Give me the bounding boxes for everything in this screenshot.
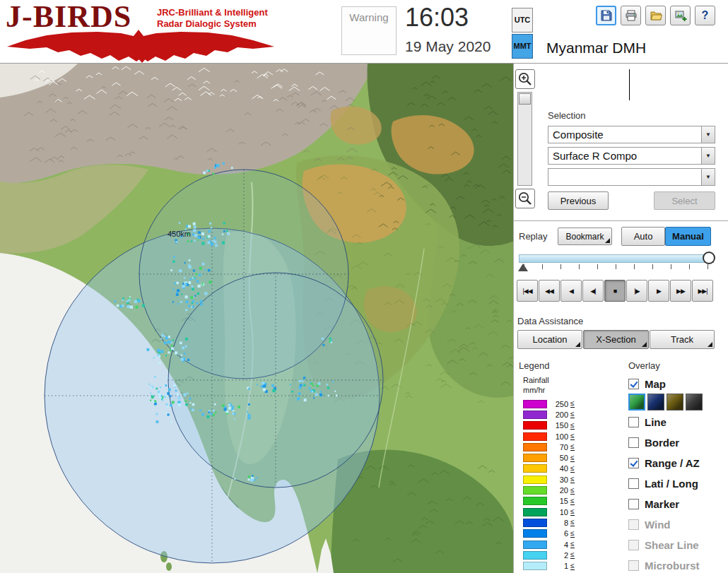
legend-row: 200≤ xyxy=(523,409,575,420)
help-icon: ? xyxy=(702,9,709,22)
print-button[interactable] xyxy=(621,6,641,25)
legend-swatch xyxy=(523,464,547,473)
chevron-down-icon[interactable]: ▼ xyxy=(701,148,715,164)
overlay-item-wind: Wind xyxy=(628,514,728,535)
skip-to-end-button[interactable]: ▶▶| xyxy=(692,280,713,302)
add-image-icon xyxy=(674,9,687,22)
legend-swatch xyxy=(523,508,547,516)
open-folder-button[interactable] xyxy=(645,6,666,25)
legend-row: 2≤ xyxy=(523,550,575,560)
microburst-checkbox xyxy=(628,560,639,571)
product-dropdown[interactable]: Surface R Compo ▼ xyxy=(548,147,715,165)
magnifier-plus-icon xyxy=(517,71,534,88)
overlay-item-label: Wind xyxy=(645,519,671,531)
export-image-button[interactable] xyxy=(670,6,691,25)
track-button[interactable]: Track xyxy=(650,330,715,349)
product-dropdown-value: Surface R Compo xyxy=(548,148,715,164)
lati-long-checkbox[interactable] xyxy=(628,478,639,489)
overlay-list: Map Line Border Range / AZ xyxy=(628,375,728,573)
overlay-item-label: Border xyxy=(645,437,679,449)
playback-controls: |◀◀ ◀◀ ◀ ◀| ■ |▶ ▶ ▶▶ ▶▶| xyxy=(517,280,715,302)
overlay-item-lati-long[interactable]: Lati / Long xyxy=(628,473,728,494)
previous-button[interactable]: Previous xyxy=(548,191,609,210)
clock-date: 19 May 2020 xyxy=(405,38,491,55)
legend-row: 100≤ xyxy=(523,431,575,442)
overlay-item-label: Line xyxy=(645,416,667,428)
overlay-item-marker[interactable]: Marker xyxy=(628,494,728,514)
stop-button[interactable]: ■ xyxy=(604,280,626,302)
zoom-in-button[interactable] xyxy=(515,69,535,89)
overlay-item-label: Microburst xyxy=(645,560,700,572)
map-style-swatches xyxy=(628,392,728,412)
eagle-icon xyxy=(4,27,281,64)
data-assistance-label: Data Assistance xyxy=(517,316,583,326)
overlay-item-label: Marker xyxy=(645,498,679,510)
legend-row: 30≤ xyxy=(523,474,575,485)
timeline-thumb[interactable] xyxy=(703,252,715,264)
legend-label: Legend xyxy=(519,360,549,371)
map-checkbox[interactable] xyxy=(628,379,639,389)
overlay-item-range-az[interactable]: Range / AZ xyxy=(628,453,728,473)
timeline-ticks xyxy=(524,264,710,269)
warning-indicator[interactable]: Warning xyxy=(341,6,397,55)
location-button[interactable]: Location xyxy=(517,330,582,349)
legend-swatch xyxy=(523,562,547,570)
zoom-out-button[interactable] xyxy=(515,189,535,208)
legend-unit-line2: mm/hr xyxy=(523,385,549,395)
legend-swatch xyxy=(523,519,547,527)
zoom-slider-thumb[interactable] xyxy=(519,93,531,105)
legend-swatch xyxy=(523,454,547,462)
corner-menu-icon xyxy=(708,342,712,347)
jbirds-app: J-BIRDS JRC-Brilliant & Intelligent Rada… xyxy=(0,0,728,573)
chevron-down-icon[interactable]: ▼ xyxy=(701,126,715,143)
legend-row: 15≤ xyxy=(523,496,575,507)
map-style-swatch-gray[interactable] xyxy=(686,394,703,410)
zoom-slider[interactable] xyxy=(517,92,532,186)
timezone-mmt-button[interactable]: MMT xyxy=(512,34,533,59)
step-forward-button[interactable]: |▶ xyxy=(626,280,647,302)
folder-icon xyxy=(650,9,662,22)
skip-to-start-button[interactable]: |◀◀ xyxy=(517,280,538,302)
composite-dropdown-value: Composite xyxy=(548,126,715,143)
map-style-swatch-green[interactable] xyxy=(628,394,645,410)
help-button[interactable]: ? xyxy=(695,6,715,25)
timezone-utc-button[interactable]: UTC xyxy=(512,8,533,33)
replay-label: Replay xyxy=(519,231,547,242)
legend-row: 150≤ xyxy=(523,420,575,431)
range-az-checkbox[interactable] xyxy=(628,458,639,468)
radar-map[interactable]: 450km xyxy=(0,64,513,573)
save-button[interactable] xyxy=(596,6,616,25)
manual-button[interactable]: Manual xyxy=(665,227,711,246)
legend-swatch xyxy=(523,410,547,419)
legend-swatch xyxy=(523,443,547,451)
overlay-item-label: Shear Line xyxy=(645,539,699,551)
step-back-button[interactable]: ◀| xyxy=(582,280,604,302)
text-cursor xyxy=(629,69,630,100)
map-style-swatch-navy[interactable] xyxy=(647,394,664,410)
legend-row: 250≤ xyxy=(523,398,575,409)
composite-dropdown[interactable]: Composite ▼ xyxy=(548,126,715,143)
border-checkbox[interactable] xyxy=(628,437,639,448)
overlay-item-border[interactable]: Border xyxy=(628,432,728,453)
line-checkbox[interactable] xyxy=(628,417,639,427)
chevron-down-icon[interactable]: ▼ xyxy=(701,169,715,185)
replay-timeline-slider[interactable] xyxy=(519,254,714,263)
bookmark-button[interactable]: Bookmark xyxy=(558,228,612,245)
fast-forward-button[interactable]: ▶▶ xyxy=(670,280,691,302)
overlay-item-microburst: Microburst xyxy=(628,555,728,573)
overlay-item-map[interactable]: Map xyxy=(628,375,728,392)
map-style-swatch-olive[interactable] xyxy=(667,394,683,410)
fast-rewind-button[interactable]: ◀◀ xyxy=(539,280,560,302)
extra-dropdown[interactable]: ▼ xyxy=(548,168,715,186)
legend-row: 8≤ xyxy=(523,517,575,528)
corner-menu-icon xyxy=(605,238,610,243)
radar-map-canvas[interactable]: 450km xyxy=(0,64,513,573)
header-bar: J-BIRDS JRC-Brilliant & Intelligent Rada… xyxy=(0,0,728,64)
overlay-item-line[interactable]: Line xyxy=(628,412,728,432)
play-reverse-button[interactable]: ◀ xyxy=(560,280,582,302)
play-button[interactable]: ▶ xyxy=(648,280,669,302)
select-button[interactable]: Select xyxy=(654,191,715,210)
auto-button[interactable]: Auto xyxy=(621,227,665,246)
xsection-button[interactable]: X-Section xyxy=(583,330,649,349)
marker-checkbox[interactable] xyxy=(628,499,639,509)
